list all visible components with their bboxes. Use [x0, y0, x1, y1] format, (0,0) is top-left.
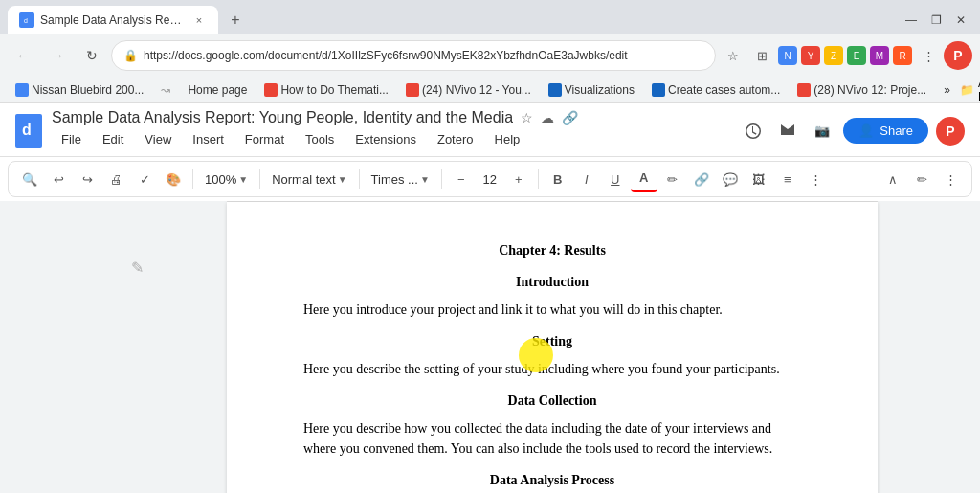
- paint-format-btn[interactable]: 🎨: [160, 166, 187, 192]
- docs-header: d Sample Data Analysis Report: Young Peo…: [0, 103, 980, 157]
- redo-btn[interactable]: ↪: [74, 166, 100, 192]
- svg-text:d: d: [24, 17, 28, 24]
- forward-btn[interactable]: →: [42, 40, 73, 71]
- bookmark-icon-nissan: [15, 83, 29, 97]
- right-margin: [951, 201, 980, 493]
- more-options-btn[interactable]: ⋮: [937, 166, 964, 192]
- menu-format[interactable]: Format: [235, 128, 294, 150]
- docs-logo-letter: d: [18, 116, 39, 146]
- docs-avatar-letter: P: [936, 117, 965, 146]
- style-dropdown[interactable]: Normal text ▼: [266, 170, 352, 189]
- menu-tools[interactable]: Tools: [296, 128, 344, 150]
- bookmark-cases[interactable]: Create cases autom...: [644, 81, 788, 99]
- browser-chrome: d Sample Data Analysis Report: Yo... × +…: [0, 0, 980, 103]
- more-toolbar-btn[interactable]: ⋮: [803, 166, 830, 192]
- zoom-dropdown[interactable]: 100% ▼: [199, 170, 254, 189]
- docs-user-avatar[interactable]: P: [936, 117, 965, 146]
- bookmark-icon-nvivo2: [797, 83, 811, 97]
- cloud-sync-icon[interactable]: 🔗: [562, 110, 578, 125]
- ext-2[interactable]: Y: [801, 46, 820, 65]
- ext-6[interactable]: R: [893, 46, 912, 65]
- bookmarks-more-btn[interactable]: »: [936, 81, 958, 99]
- spell-check-btn[interactable]: ✓: [131, 166, 158, 192]
- address-bar[interactable]: 🔒 https://docs.google.com/document/d/1Xo…: [111, 40, 716, 71]
- font-dropdown[interactable]: Times ... ▼: [366, 170, 435, 189]
- ext-5[interactable]: M: [870, 46, 889, 65]
- print-btn[interactable]: 🖨: [102, 166, 129, 192]
- active-tab[interactable]: d Sample Data Analysis Report: Yo... ×: [8, 6, 218, 34]
- section-heading-dataanalysis: Data Analysis Process: [303, 470, 801, 490]
- collapse-toolbar-btn[interactable]: ∧: [880, 166, 906, 192]
- reload-btn[interactable]: ↻: [77, 40, 107, 71]
- all-bookmarks: 📁 All Bookmarks: [960, 77, 980, 103]
- tab-favicon: d: [19, 12, 34, 28]
- insert-image-btn[interactable]: 🖼: [746, 166, 772, 192]
- gdocs-app: d Sample Data Analysis Report: Young Peo…: [0, 103, 980, 493]
- text-color-btn[interactable]: A: [631, 166, 657, 192]
- edit-suggestion-icon[interactable]: ✎: [131, 258, 144, 277]
- bookmark-nvivo2[interactable]: (28) NVivo 12: Proje...: [790, 81, 934, 99]
- minimize-btn[interactable]: —: [900, 9, 923, 32]
- doc-scroll-area: 1 2 3 4 5 6 Chapter 4: Results Introduct…: [153, 201, 951, 493]
- menu-file[interactable]: File: [52, 128, 91, 150]
- maximize-btn[interactable]: ❐: [924, 9, 947, 32]
- docs-logo: d: [15, 114, 42, 148]
- ext-4[interactable]: E: [847, 46, 866, 65]
- sep2: [259, 169, 260, 189]
- bookmark-thematic[interactable]: How to Do Themati...: [256, 81, 396, 99]
- back-btn[interactable]: ←: [8, 40, 38, 71]
- nav-bar: ← → ↻ 🔒 https://docs.google.com/document…: [0, 34, 980, 77]
- move-to-drive-icon[interactable]: ☁: [541, 110, 554, 125]
- decrease-font-btn[interactable]: −: [448, 166, 475, 192]
- docs-title-row: d Sample Data Analysis Report: Young Peo…: [15, 109, 965, 156]
- share-button[interactable]: 👤 Share: [843, 118, 928, 144]
- meet-icon[interactable]: 📷: [809, 118, 835, 145]
- increase-font-btn[interactable]: +: [505, 166, 532, 192]
- browser-profile-avatar[interactable]: P: [944, 41, 972, 70]
- zoom-arrow-icon: ▼: [238, 174, 248, 185]
- insert-comment-btn[interactable]: 💬: [717, 166, 744, 192]
- formatting-toolbar: 🔍 ↩ ↪ 🖨 ✓ 🎨 100% ▼ Normal text ▼ Times .…: [8, 161, 972, 197]
- underline-btn[interactable]: U: [602, 166, 629, 192]
- bookmark-icon-nvivo1: [406, 83, 419, 97]
- doc-page: Chapter 4: Results Introduction Here you…: [227, 202, 878, 493]
- extensions-icon[interactable]: ⊞: [748, 42, 775, 69]
- menu-zotero[interactable]: Zotero: [428, 128, 483, 150]
- text-align-btn[interactable]: ≡: [774, 166, 801, 192]
- window-controls: — ❐ ✕: [900, 9, 972, 32]
- insert-link-btn[interactable]: 🔗: [688, 166, 715, 192]
- menu-view[interactable]: View: [135, 128, 181, 150]
- star-icon[interactable]: ☆: [521, 110, 533, 125]
- bookmark-home[interactable]: Home page: [180, 81, 255, 99]
- bookmark-nvivo1[interactable]: (24) NVivo 12 - You...: [398, 81, 539, 99]
- tab-close-btn[interactable]: ×: [191, 12, 207, 28]
- bookmark-star-icon[interactable]: ☆: [720, 42, 746, 69]
- section-body-setting: Here you describe the setting of your st…: [303, 359, 801, 379]
- bookmark-viz[interactable]: Visualizations: [541, 81, 642, 99]
- section-heading-setting: Setting: [303, 331, 801, 351]
- more-extensions-icon[interactable]: ⋮: [915, 42, 942, 69]
- menu-help[interactable]: Help: [485, 128, 530, 150]
- menu-insert[interactable]: Insert: [183, 128, 234, 150]
- close-btn[interactable]: ✕: [949, 9, 972, 32]
- undo-btn[interactable]: ↩: [45, 166, 72, 192]
- version-history-icon[interactable]: [740, 118, 767, 145]
- search-btn[interactable]: 🔍: [16, 166, 43, 192]
- menu-edit[interactable]: Edit: [93, 128, 133, 150]
- section-heading-introduction: Introduction: [303, 272, 801, 292]
- highlight-color-btn[interactable]: ✏: [659, 166, 686, 192]
- avatar-letter: P: [944, 41, 972, 70]
- italic-btn[interactable]: I: [573, 166, 600, 192]
- ext-1[interactable]: N: [778, 46, 797, 65]
- docs-title-area: Sample Data Analysis Report: Young Peopl…: [52, 109, 730, 152]
- sep3: [359, 169, 360, 189]
- ext-3[interactable]: Z: [824, 46, 843, 65]
- new-tab-button[interactable]: +: [222, 7, 249, 34]
- bold-btn[interactable]: B: [545, 166, 571, 192]
- bookmark-nissan[interactable]: Nissan Bluebird 200...: [8, 81, 151, 99]
- comments-icon[interactable]: [774, 118, 801, 145]
- editing-mode-btn[interactable]: ✏: [908, 166, 935, 192]
- menu-extensions[interactable]: Extensions: [345, 128, 426, 150]
- font-size-input[interactable]: 12: [477, 172, 503, 187]
- bookmark-separator-arrow: ↝: [153, 81, 178, 99]
